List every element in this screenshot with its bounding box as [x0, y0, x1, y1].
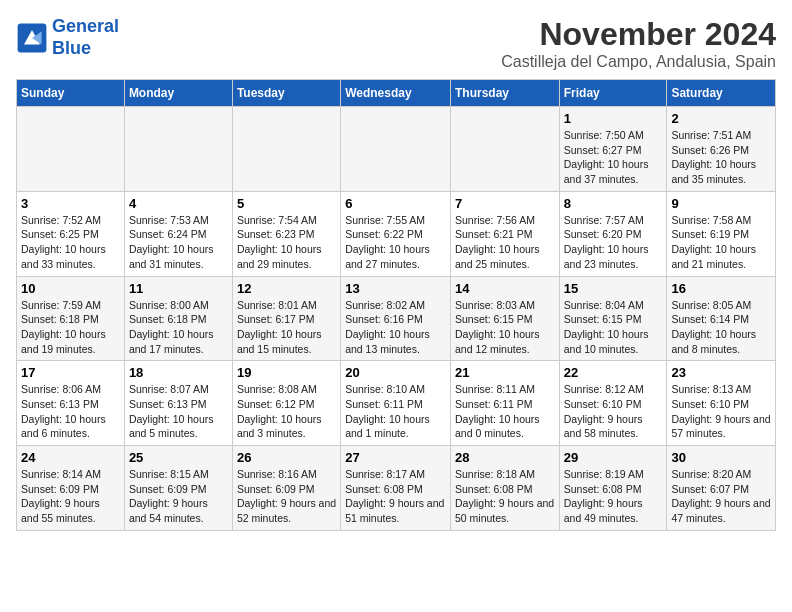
- day-cell: 18Sunrise: 8:07 AM Sunset: 6:13 PM Dayli…: [124, 361, 232, 446]
- day-info: Sunrise: 8:01 AM Sunset: 6:17 PM Dayligh…: [237, 298, 336, 357]
- day-number: 14: [455, 281, 555, 296]
- day-number: 25: [129, 450, 228, 465]
- day-cell: 1Sunrise: 7:50 AM Sunset: 6:27 PM Daylig…: [559, 107, 667, 192]
- day-number: 17: [21, 365, 120, 380]
- day-cell: 25Sunrise: 8:15 AM Sunset: 6:09 PM Dayli…: [124, 446, 232, 531]
- week-row-3: 17Sunrise: 8:06 AM Sunset: 6:13 PM Dayli…: [17, 361, 776, 446]
- day-info: Sunrise: 8:12 AM Sunset: 6:10 PM Dayligh…: [564, 382, 663, 441]
- day-cell: 28Sunrise: 8:18 AM Sunset: 6:08 PM Dayli…: [450, 446, 559, 531]
- day-info: Sunrise: 7:50 AM Sunset: 6:27 PM Dayligh…: [564, 128, 663, 187]
- header-sunday: Sunday: [17, 80, 125, 107]
- day-info: Sunrise: 7:59 AM Sunset: 6:18 PM Dayligh…: [21, 298, 120, 357]
- day-cell: 19Sunrise: 8:08 AM Sunset: 6:12 PM Dayli…: [232, 361, 340, 446]
- day-info: Sunrise: 8:14 AM Sunset: 6:09 PM Dayligh…: [21, 467, 120, 526]
- week-row-1: 3Sunrise: 7:52 AM Sunset: 6:25 PM Daylig…: [17, 191, 776, 276]
- day-cell: 26Sunrise: 8:16 AM Sunset: 6:09 PM Dayli…: [232, 446, 340, 531]
- day-cell: 29Sunrise: 8:19 AM Sunset: 6:08 PM Dayli…: [559, 446, 667, 531]
- day-number: 11: [129, 281, 228, 296]
- month-title: November 2024: [501, 16, 776, 53]
- day-cell: 5Sunrise: 7:54 AM Sunset: 6:23 PM Daylig…: [232, 191, 340, 276]
- day-info: Sunrise: 7:51 AM Sunset: 6:26 PM Dayligh…: [671, 128, 771, 187]
- day-cell: 15Sunrise: 8:04 AM Sunset: 6:15 PM Dayli…: [559, 276, 667, 361]
- day-number: 30: [671, 450, 771, 465]
- day-info: Sunrise: 8:17 AM Sunset: 6:08 PM Dayligh…: [345, 467, 446, 526]
- day-cell: 11Sunrise: 8:00 AM Sunset: 6:18 PM Dayli…: [124, 276, 232, 361]
- day-info: Sunrise: 8:08 AM Sunset: 6:12 PM Dayligh…: [237, 382, 336, 441]
- week-row-0: 1Sunrise: 7:50 AM Sunset: 6:27 PM Daylig…: [17, 107, 776, 192]
- day-cell: [17, 107, 125, 192]
- day-cell: 22Sunrise: 8:12 AM Sunset: 6:10 PM Dayli…: [559, 361, 667, 446]
- day-info: Sunrise: 8:06 AM Sunset: 6:13 PM Dayligh…: [21, 382, 120, 441]
- day-cell: 13Sunrise: 8:02 AM Sunset: 6:16 PM Dayli…: [341, 276, 451, 361]
- day-cell: [124, 107, 232, 192]
- day-info: Sunrise: 8:02 AM Sunset: 6:16 PM Dayligh…: [345, 298, 446, 357]
- header-saturday: Saturday: [667, 80, 776, 107]
- day-number: 21: [455, 365, 555, 380]
- day-number: 4: [129, 196, 228, 211]
- header-wednesday: Wednesday: [341, 80, 451, 107]
- day-number: 15: [564, 281, 663, 296]
- calendar-header-row: SundayMondayTuesdayWednesdayThursdayFrid…: [17, 80, 776, 107]
- day-info: Sunrise: 7:54 AM Sunset: 6:23 PM Dayligh…: [237, 213, 336, 272]
- week-row-2: 10Sunrise: 7:59 AM Sunset: 6:18 PM Dayli…: [17, 276, 776, 361]
- day-number: 3: [21, 196, 120, 211]
- logo-text: General Blue: [52, 16, 119, 59]
- day-number: 12: [237, 281, 336, 296]
- day-info: Sunrise: 8:20 AM Sunset: 6:07 PM Dayligh…: [671, 467, 771, 526]
- day-cell: 8Sunrise: 7:57 AM Sunset: 6:20 PM Daylig…: [559, 191, 667, 276]
- day-number: 5: [237, 196, 336, 211]
- day-number: 10: [21, 281, 120, 296]
- logo-icon: [16, 22, 48, 54]
- day-info: Sunrise: 8:00 AM Sunset: 6:18 PM Dayligh…: [129, 298, 228, 357]
- day-cell: 27Sunrise: 8:17 AM Sunset: 6:08 PM Dayli…: [341, 446, 451, 531]
- day-info: Sunrise: 7:56 AM Sunset: 6:21 PM Dayligh…: [455, 213, 555, 272]
- day-cell: 30Sunrise: 8:20 AM Sunset: 6:07 PM Dayli…: [667, 446, 776, 531]
- day-number: 8: [564, 196, 663, 211]
- day-cell: 24Sunrise: 8:14 AM Sunset: 6:09 PM Dayli…: [17, 446, 125, 531]
- logo: General Blue: [16, 16, 119, 59]
- day-cell: 3Sunrise: 7:52 AM Sunset: 6:25 PM Daylig…: [17, 191, 125, 276]
- day-cell: 6Sunrise: 7:55 AM Sunset: 6:22 PM Daylig…: [341, 191, 451, 276]
- logo-line1: General: [52, 16, 119, 36]
- day-number: 19: [237, 365, 336, 380]
- day-number: 6: [345, 196, 446, 211]
- day-number: 13: [345, 281, 446, 296]
- day-number: 26: [237, 450, 336, 465]
- day-number: 27: [345, 450, 446, 465]
- day-cell: 23Sunrise: 8:13 AM Sunset: 6:10 PM Dayli…: [667, 361, 776, 446]
- day-number: 22: [564, 365, 663, 380]
- location: Castilleja del Campo, Andalusia, Spain: [501, 53, 776, 71]
- day-info: Sunrise: 8:15 AM Sunset: 6:09 PM Dayligh…: [129, 467, 228, 526]
- day-number: 1: [564, 111, 663, 126]
- day-cell: 7Sunrise: 7:56 AM Sunset: 6:21 PM Daylig…: [450, 191, 559, 276]
- day-number: 9: [671, 196, 771, 211]
- header: General Blue November 2024 Castilleja de…: [16, 16, 776, 71]
- day-cell: 20Sunrise: 8:10 AM Sunset: 6:11 PM Dayli…: [341, 361, 451, 446]
- day-info: Sunrise: 8:11 AM Sunset: 6:11 PM Dayligh…: [455, 382, 555, 441]
- day-info: Sunrise: 7:53 AM Sunset: 6:24 PM Dayligh…: [129, 213, 228, 272]
- day-cell: 4Sunrise: 7:53 AM Sunset: 6:24 PM Daylig…: [124, 191, 232, 276]
- day-number: 7: [455, 196, 555, 211]
- day-info: Sunrise: 8:18 AM Sunset: 6:08 PM Dayligh…: [455, 467, 555, 526]
- day-cell: 10Sunrise: 7:59 AM Sunset: 6:18 PM Dayli…: [17, 276, 125, 361]
- day-cell: [232, 107, 340, 192]
- calendar-table: SundayMondayTuesdayWednesdayThursdayFrid…: [16, 79, 776, 531]
- day-info: Sunrise: 8:05 AM Sunset: 6:14 PM Dayligh…: [671, 298, 771, 357]
- header-tuesday: Tuesday: [232, 80, 340, 107]
- logo-line2: Blue: [52, 38, 91, 58]
- title-area: November 2024 Castilleja del Campo, Anda…: [501, 16, 776, 71]
- day-cell: 2Sunrise: 7:51 AM Sunset: 6:26 PM Daylig…: [667, 107, 776, 192]
- day-info: Sunrise: 8:13 AM Sunset: 6:10 PM Dayligh…: [671, 382, 771, 441]
- header-thursday: Thursday: [450, 80, 559, 107]
- day-info: Sunrise: 7:57 AM Sunset: 6:20 PM Dayligh…: [564, 213, 663, 272]
- day-info: Sunrise: 8:04 AM Sunset: 6:15 PM Dayligh…: [564, 298, 663, 357]
- day-cell: 9Sunrise: 7:58 AM Sunset: 6:19 PM Daylig…: [667, 191, 776, 276]
- day-number: 20: [345, 365, 446, 380]
- day-info: Sunrise: 7:58 AM Sunset: 6:19 PM Dayligh…: [671, 213, 771, 272]
- day-number: 18: [129, 365, 228, 380]
- day-number: 16: [671, 281, 771, 296]
- day-info: Sunrise: 7:52 AM Sunset: 6:25 PM Dayligh…: [21, 213, 120, 272]
- day-cell: 16Sunrise: 8:05 AM Sunset: 6:14 PM Dayli…: [667, 276, 776, 361]
- day-cell: 14Sunrise: 8:03 AM Sunset: 6:15 PM Dayli…: [450, 276, 559, 361]
- day-number: 23: [671, 365, 771, 380]
